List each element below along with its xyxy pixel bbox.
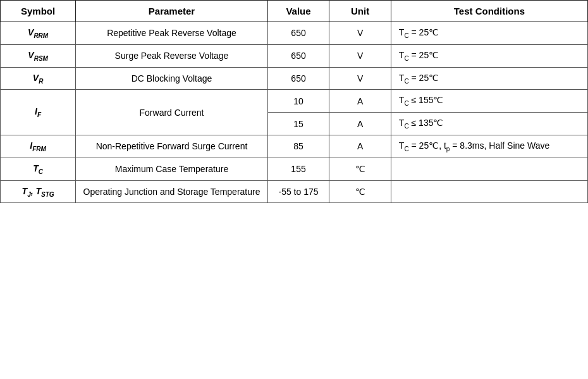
symbol-vrrm: VRRM bbox=[1, 22, 76, 45]
value-vrrm: 650 bbox=[267, 22, 329, 45]
value-tjstg: -55 to 175 bbox=[267, 180, 329, 203]
symbol-vrsm: VRSM bbox=[1, 44, 76, 67]
conditions-tc bbox=[391, 158, 587, 180]
conditions-vrsm: TC = 25℃ bbox=[391, 44, 587, 67]
conditions-if-2: TC ≤ 135℃ bbox=[391, 113, 587, 135]
param-vr: DC Blocking Voltage bbox=[76, 67, 268, 90]
param-tc: Maximum Case Temperature bbox=[76, 158, 268, 180]
unit-ifrm: A bbox=[329, 135, 391, 158]
unit-vr: V bbox=[329, 67, 391, 90]
header-value: Value bbox=[267, 1, 329, 22]
unit-if-2: A bbox=[329, 113, 391, 135]
conditions-tjstg bbox=[391, 180, 587, 203]
unit-if-1: A bbox=[329, 90, 391, 113]
table-row: TC Maximum Case Temperature 155 ℃ bbox=[1, 158, 588, 180]
conditions-vr: TC = 25℃ bbox=[391, 67, 587, 90]
conditions-ifrm: TC = 25℃, tp = 8.3ms, Half Sine Wave bbox=[391, 135, 587, 158]
symbol-if: IF bbox=[1, 90, 76, 135]
unit-vrsm: V bbox=[329, 44, 391, 67]
param-vrrm: Repetitive Peak Reverse Voltage bbox=[76, 22, 268, 45]
symbol-tc: TC bbox=[1, 158, 76, 180]
table-row: TJ, TSTG Operating Junction and Storage … bbox=[1, 180, 588, 203]
symbol-tjstg: TJ, TSTG bbox=[1, 180, 76, 203]
value-if-2: 15 bbox=[267, 113, 329, 135]
table-row-if-1: IF Forward Current 10 A TC ≤ 155℃ bbox=[1, 90, 588, 113]
value-vrsm: 650 bbox=[267, 44, 329, 67]
param-ifrm: Non-Repetitive Forward Surge Current bbox=[76, 135, 268, 158]
unit-tjstg: ℃ bbox=[329, 180, 391, 203]
unit-tc: ℃ bbox=[329, 158, 391, 180]
specs-table: Symbol Parameter Value Unit Test Conditi… bbox=[0, 0, 588, 203]
param-tjstg: Operating Junction and Storage Temperatu… bbox=[76, 180, 268, 203]
value-if-1: 10 bbox=[267, 90, 329, 113]
table-row: VRRM Repetitive Peak Reverse Voltage 650… bbox=[1, 22, 588, 45]
symbol-ifrm: IFRM bbox=[1, 135, 76, 158]
value-ifrm: 85 bbox=[267, 135, 329, 158]
header-conditions: Test Conditions bbox=[391, 1, 587, 22]
value-tc: 155 bbox=[267, 158, 329, 180]
symbol-vr: VR bbox=[1, 67, 76, 90]
conditions-vrrm: TC = 25℃ bbox=[391, 22, 587, 45]
table-row: VR DC Blocking Voltage 650 V TC = 25℃ bbox=[1, 67, 588, 90]
header-parameter: Parameter bbox=[76, 1, 268, 22]
unit-vrrm: V bbox=[329, 22, 391, 45]
table-row: VRSM Surge Peak Reverse Voltage 650 V TC… bbox=[1, 44, 588, 67]
param-if: Forward Current bbox=[76, 90, 268, 135]
param-vrsm: Surge Peak Reverse Voltage bbox=[76, 44, 268, 67]
conditions-if-1: TC ≤ 155℃ bbox=[391, 90, 587, 113]
table-row: IFRM Non-Repetitive Forward Surge Curren… bbox=[1, 135, 588, 158]
header-symbol: Symbol bbox=[1, 1, 76, 22]
header-unit: Unit bbox=[329, 1, 391, 22]
value-vr: 650 bbox=[267, 67, 329, 90]
